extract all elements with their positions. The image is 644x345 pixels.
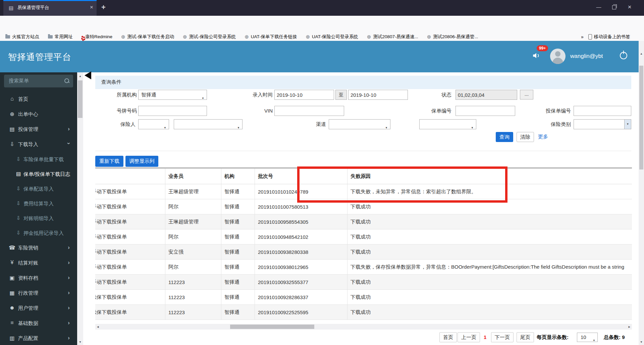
cell-text: 阿尔 — [168, 234, 178, 240]
bookmarks-overflow-icon[interactable]: » — [581, 34, 584, 40]
cell-desc: 手动下载投保单 — [95, 199, 165, 214]
status-input[interactable] — [455, 90, 517, 100]
bookmark-item[interactable]: ⊕UAT-保单下载任务链接 — [245, 34, 297, 40]
cell-org: 智择通 — [221, 290, 255, 304]
table-row[interactable]: 手动下载投保单安立强智择通201910100938280338下载成功 — [95, 245, 632, 260]
org-select[interactable]: 智择通▼ — [138, 90, 207, 100]
menu-search-input[interactable]: 搜索菜单 — [4, 75, 73, 87]
redownload-button[interactable]: 重新下载 — [95, 156, 123, 167]
sidebar-item-label: 车险营销 — [18, 245, 38, 251]
chevron-right-icon: › — [68, 274, 70, 281]
pagination-last-button[interactable]: 尾页 — [517, 332, 534, 342]
scroll-up-icon[interactable]: ▴ — [77, 74, 83, 78]
bookmark-item[interactable]: ⊕UAT-保险公司登录系统 — [306, 34, 358, 40]
bookmark-item[interactable]: ⊕测试-保单下载任务启动 — [121, 34, 174, 40]
phone-icon: ☎ — [9, 245, 15, 251]
vin-input[interactable] — [274, 106, 344, 116]
tab-close-icon[interactable]: × — [90, 4, 93, 11]
cell-text: 续保下载投保单 — [95, 309, 127, 316]
sidebar-subitem[interactable]: ⇩费用结算导入 — [0, 200, 77, 213]
scrollbar-thumb[interactable] — [78, 80, 83, 118]
plate-input[interactable] — [138, 106, 207, 116]
sidebar-item[interactable]: ⌂首页 — [0, 95, 77, 110]
adjust-columns-button[interactable]: 调整显示列 — [125, 156, 158, 167]
sidebar-scrollbar[interactable]: ▴ ▾ — [77, 72, 83, 345]
pagination-next-button[interactable]: 下一页 — [491, 332, 514, 342]
new-tab-button[interactable]: + — [101, 3, 106, 12]
sidebar-subitem[interactable]: ⇩对账明细导入 — [0, 215, 77, 228]
table-row[interactable]: 手动下载投保单王琳超级管理智择通201910100958554305下载成功 — [95, 214, 632, 229]
window-minimize-button[interactable]: — — [591, 0, 606, 14]
window-restore-button[interactable] — [606, 0, 622, 14]
notification-speaker-icon[interactable] — [532, 51, 541, 61]
sidebar-item[interactable]: ▦行政管理› — [0, 289, 77, 303]
bookmark-item[interactable]: 常用网址 — [48, 34, 73, 40]
table-row[interactable]: 手动下载投保单阿尔智择通201910100938012965下载失败，保存投保单… — [95, 260, 632, 275]
table-row[interactable]: 手动下载投保单阿尔智择通201910100948542102下载成功 — [95, 229, 632, 245]
bookmark-item[interactable]: ⊕测试20807-易保通速... — [367, 34, 418, 40]
sidebar-subitem[interactable]: ⇩车险保单批量下载 — [0, 156, 77, 169]
pagination-first-button[interactable]: 首页 — [439, 332, 457, 342]
search-button[interactable]: 查询 — [496, 132, 513, 142]
clear-button[interactable]: 清除 — [517, 132, 534, 142]
cell-empty — [299, 214, 347, 229]
more-link[interactable]: 更多 — [538, 134, 548, 140]
page-size-select[interactable]: 10▼ — [577, 333, 598, 342]
chevron-down-icon: ▼ — [593, 336, 595, 345]
sidebar-item[interactable]: ≡基础数据› — [0, 320, 77, 334]
scrollbar-thumb[interactable] — [230, 325, 314, 329]
sidebar-item[interactable]: ▤投保管理› — [0, 126, 77, 140]
cell-text: 下载成功 — [351, 234, 371, 240]
date-to-input[interactable] — [348, 90, 408, 100]
sidebar-item[interactable]: ☎车险营销› — [0, 244, 77, 258]
insurer-type-select[interactable]: ▼ — [138, 119, 169, 129]
cell-text: 智择通 — [224, 234, 239, 240]
scroll-left-icon[interactable]: ◂ — [97, 325, 99, 329]
avatar[interactable] — [550, 49, 566, 64]
sidebar-item[interactable]: ⊕出单中心 — [0, 111, 77, 125]
page-scrollbar[interactable]: ▴ ▾ — [639, 41, 644, 345]
pagination-prev-button[interactable]: 上一页 — [458, 332, 480, 342]
policy-no-label: 保单编号 — [416, 106, 451, 116]
sidebar-subitem[interactable]: ⇩押金抵用记录导入 — [0, 229, 77, 243]
window-close-button[interactable]: × — [622, 0, 637, 14]
insurance-type-select[interactable]: ▼ — [574, 119, 631, 129]
scroll-down-icon[interactable]: ▾ — [77, 340, 83, 344]
scroll-right-icon[interactable]: ▸ — [628, 325, 630, 329]
sidebar-item[interactable]: ▣资料存档› — [0, 274, 77, 288]
sidebar-item[interactable]: ▥产品配置› — [0, 335, 77, 345]
pagination-current-page[interactable]: 1 — [484, 332, 486, 342]
table-horizontal-scrollbar[interactable]: ◂ ▸ — [95, 324, 632, 330]
date-from-input[interactable] — [274, 90, 334, 100]
channel-sub-select[interactable]: ▼ — [419, 119, 476, 129]
sidebar-subitem[interactable]: ▤保单/投保单下载日志 — [0, 170, 77, 184]
insurer-select[interactable]: ▼ — [174, 119, 243, 129]
status-more-button[interactable]: ... — [520, 90, 533, 99]
table-row[interactable]: 续保下载投保单112223智择通201910100928286337下载成功 — [95, 290, 632, 305]
sidebar-item[interactable]: ⇩下载导入› — [0, 141, 77, 155]
sidebar-item[interactable]: ☻用户管理› — [0, 304, 77, 319]
bookmark-item[interactable]: 火狐官方站点 — [5, 34, 39, 40]
sidebar-subitem-label: 保单配送导入 — [23, 186, 54, 192]
scroll-up-icon[interactable]: ▴ — [639, 52, 644, 55]
list-icon: ▤ — [15, 171, 21, 177]
scroll-down-icon[interactable]: ▾ — [639, 340, 644, 344]
bookmark-item[interactable]: ⊕测试20806-易保通管... — [427, 34, 478, 40]
database-icon: ≡ — [9, 320, 15, 326]
menu-search-placeholder: 搜索菜单 — [9, 78, 29, 84]
sidebar-item[interactable]: ¥结算对账› — [0, 259, 77, 273]
proposal-no-input[interactable] — [574, 106, 631, 116]
bookmark-item[interactable]: 康特Redmine — [82, 34, 112, 40]
table-row[interactable]: 手动下载投保单112223智择通201910100932555377下载成功 — [95, 275, 632, 290]
logout-power-icon[interactable] — [620, 52, 627, 59]
sidebar-subitem[interactable]: ⇩保单配送导入 — [0, 185, 77, 199]
cell-empty — [299, 260, 347, 274]
channel-select[interactable]: ▼ — [329, 119, 390, 129]
browser-tab[interactable]: ▤ 易保通管理平台 × — [3, 0, 97, 16]
sidebar-collapse-icon[interactable] — [85, 71, 91, 79]
policy-no-input[interactable] — [455, 106, 515, 116]
table-row[interactable]: 续保下载投保单112223智择通201910100922525595下载成功 — [95, 305, 632, 320]
mobile-bookmarks[interactable]: 移动设备上的书签 — [588, 34, 630, 40]
scrollbar-thumb[interactable] — [639, 66, 643, 169]
bookmark-item[interactable]: ⊕测试-保险公司登录系统 — [183, 34, 236, 40]
